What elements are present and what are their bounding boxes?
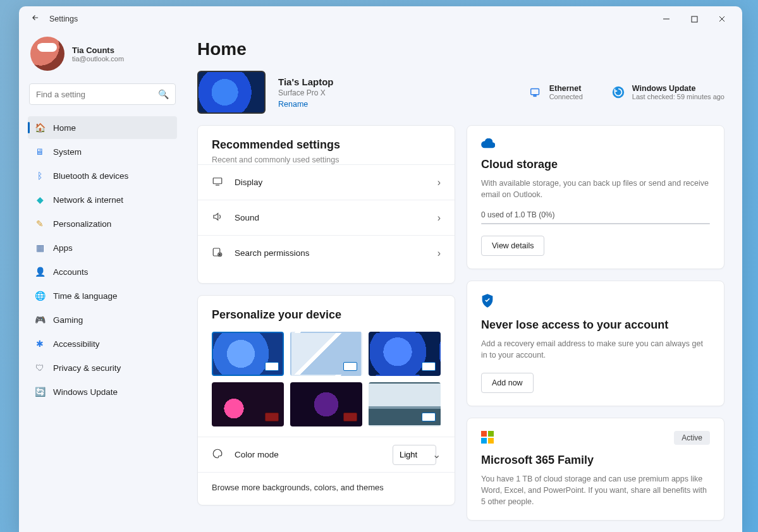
nav-label: Windows Update (53, 387, 118, 397)
setting-row-sound[interactable]: Sound › (198, 200, 455, 235)
cloud-desc: With available storage, you can back up … (481, 178, 710, 200)
recommended-card: Recommended settings Recent and commonly… (197, 125, 455, 284)
nav-item-network-internet[interactable]: ◆Network & internet (28, 188, 177, 211)
minimize-button[interactable] (652, 9, 680, 29)
page-title: Home (197, 39, 724, 59)
sidebar: Tia Counts tia@outlook.com 🔍 🏠Home🖥Syste… (19, 32, 185, 532)
nav-item-bluetooth-devices[interactable]: ᛒBluetooth & devices (28, 164, 177, 187)
nav-item-windows-update[interactable]: 🔄Windows Update (28, 380, 177, 403)
profile-name: Tia Counts (72, 45, 124, 55)
svg-rect-5 (213, 178, 222, 183)
row-label: Sound (235, 213, 427, 222)
nav-icon: ✱ (34, 338, 46, 349)
nav-item-time-language[interactable]: 🌐Time & language (28, 284, 177, 307)
update-status[interactable]: Windows Update Last checked: 59 minutes … (611, 84, 724, 100)
titlebar: Settings (19, 6, 742, 32)
theme-option-3[interactable] (369, 332, 441, 376)
cloud-icon (481, 138, 710, 152)
recovery-desc: Add a recovery email address to make sur… (481, 338, 710, 361)
setting-row-display[interactable]: Display › (198, 164, 455, 200)
cloud-storage-card: Cloud storage With available storage, yo… (467, 125, 724, 269)
m365-title: Microsoft 365 Family (481, 454, 710, 467)
rename-link[interactable]: Rename (278, 100, 333, 109)
theme-option-2[interactable] (290, 332, 362, 376)
nav-item-apps[interactable]: ▦Apps (28, 236, 177, 259)
recovery-card: Never lose access to your account Add a … (467, 281, 724, 406)
device-row: Tia's Laptop Surface Pro X Rename Ethern… (197, 71, 724, 114)
nav-icon: 🎮 (34, 314, 46, 325)
svg-rect-1 (692, 16, 697, 22)
m365-desc: You have 1 TB of cloud storage and can u… (481, 473, 710, 507)
color-mode-label: Color mode (235, 450, 382, 459)
theme-option-1[interactable] (212, 332, 284, 376)
search-input[interactable] (36, 90, 158, 99)
device-thumbnail[interactable] (197, 71, 266, 114)
nav-label: Home (53, 123, 76, 133)
recommended-subtitle: Recent and commonly used settings (212, 155, 441, 164)
close-button[interactable] (708, 9, 736, 29)
setting-row-search-permissions[interactable]: Search permissions › (198, 235, 455, 270)
nav-label: Gaming (53, 315, 83, 325)
search-permissions-icon (212, 246, 224, 260)
device-name: Tia's Laptop (278, 76, 333, 87)
chevron-right-icon: › (437, 248, 441, 259)
nav-icon: 🖥 (34, 146, 46, 157)
nav-label: Personalization (53, 219, 111, 229)
microsoft-logo-icon (481, 431, 494, 444)
chevron-right-icon: › (437, 212, 441, 224)
theme-option-5[interactable] (290, 382, 362, 426)
add-now-button[interactable]: Add now (481, 373, 534, 393)
nav-list: 🏠Home🖥SystemᛒBluetooth & devices◆Network… (28, 116, 177, 403)
shield-icon (481, 294, 710, 311)
m365-card: Active Microsoft 365 Family You have 1 T… (467, 418, 724, 521)
nav-item-personalization[interactable]: ✎Personalization (28, 212, 177, 235)
cloud-progress (481, 223, 710, 224)
recovery-title: Never lose access to your account (481, 318, 710, 332)
color-mode-row: Color mode Light ⌄ (198, 437, 455, 472)
search-icon: 🔍 (158, 89, 169, 99)
nav-icon: ◆ (34, 194, 46, 205)
cloud-title: Cloud storage (481, 158, 710, 171)
palette-icon (212, 448, 224, 462)
display-icon (212, 176, 224, 190)
nav-icon: 🛡 (34, 362, 46, 373)
ethernet-icon (528, 85, 543, 100)
nav-label: Accessibility (53, 339, 100, 349)
search-box[interactable]: 🔍 (29, 83, 176, 105)
nav-label: Privacy & security (53, 363, 121, 373)
back-button[interactable] (25, 13, 46, 25)
nav-item-system[interactable]: 🖥System (28, 140, 177, 163)
device-model: Surface Pro X (278, 88, 333, 97)
svg-point-4 (613, 87, 624, 98)
ethernet-status[interactable]: Ethernet Connected (528, 84, 583, 100)
nav-item-accounts[interactable]: 👤Accounts (28, 260, 177, 283)
browse-more-row[interactable]: Browse more backgrounds, colors, and the… (198, 472, 455, 492)
theme-option-4[interactable] (212, 382, 284, 426)
m365-status-badge: Active (674, 431, 710, 445)
theme-option-6[interactable] (369, 382, 441, 426)
nav-item-privacy-security[interactable]: 🛡Privacy & security (28, 356, 177, 379)
cloud-usage: 0 used of 1.0 TB (0%) (481, 210, 710, 219)
avatar (30, 37, 64, 71)
svg-rect-2 (530, 89, 539, 95)
nav-label: Time & language (53, 291, 118, 301)
nav-item-home[interactable]: 🏠Home (28, 116, 177, 139)
chevron-right-icon: › (437, 177, 441, 188)
color-mode-select[interactable]: Light (393, 445, 436, 465)
nav-item-accessibility[interactable]: ✱Accessibility (28, 332, 177, 355)
maximize-button[interactable] (680, 9, 708, 29)
profile-email: tia@outlook.com (72, 55, 124, 63)
personalize-title: Personalize your device (212, 308, 441, 322)
nav-label: Apps (53, 243, 73, 253)
theme-grid (212, 332, 441, 426)
view-details-button[interactable]: View details (481, 236, 544, 256)
nav-icon: 🏠 (34, 122, 46, 133)
personalize-card: Personalize your device Color mode (197, 295, 455, 505)
svg-rect-3 (534, 95, 536, 97)
nav-item-gaming[interactable]: 🎮Gaming (28, 308, 177, 331)
update-icon (611, 85, 626, 100)
nav-label: System (53, 147, 82, 157)
profile-block[interactable]: Tia Counts tia@outlook.com (28, 34, 177, 80)
nav-icon: 🌐 (34, 290, 46, 301)
nav-icon: ᛒ (34, 170, 46, 181)
